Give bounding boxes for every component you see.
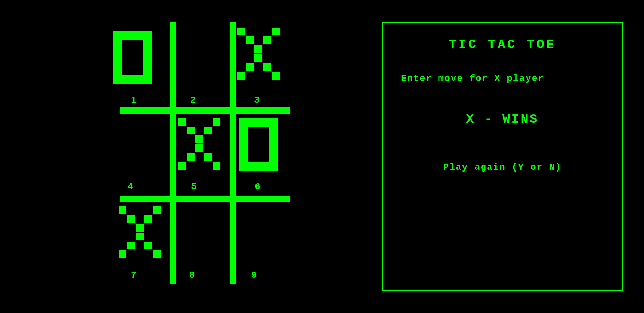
cell-num-1: 1 <box>131 95 137 105</box>
svg-rect-37 <box>144 242 152 249</box>
svg-rect-28 <box>269 118 278 171</box>
info-panel: TIC TAC TOE Enter move for X player X - … <box>382 22 623 291</box>
svg-rect-6 <box>272 28 280 35</box>
cell-num-3: 3 <box>254 95 260 105</box>
svg-rect-13 <box>237 72 245 80</box>
cell-num-4: 4 <box>127 181 133 192</box>
play-again-prompt[interactable]: Play again (Y or N) <box>443 162 562 173</box>
svg-rect-14 <box>272 72 280 80</box>
svg-rect-20 <box>195 144 203 152</box>
game-result: X - WINS <box>466 112 539 127</box>
svg-rect-23 <box>178 162 186 170</box>
svg-rect-11 <box>246 63 254 71</box>
svg-rect-17 <box>187 127 195 134</box>
main-container: 1 2 3 <box>0 0 644 313</box>
svg-rect-21 <box>187 153 195 161</box>
svg-rect-29 <box>248 127 269 162</box>
grid-line-horizontal-2 <box>120 196 290 202</box>
svg-rect-24 <box>213 162 220 170</box>
board-side: 1 2 3 <box>14 7 382 306</box>
cell-num-5: 5 <box>191 181 197 192</box>
svg-rect-3 <box>143 31 152 84</box>
svg-rect-35 <box>136 233 144 240</box>
svg-rect-19 <box>195 135 203 143</box>
svg-rect-16 <box>213 118 220 126</box>
svg-rect-9 <box>254 45 262 53</box>
cell-5-piece[interactable] <box>176 116 222 173</box>
move-prompt: Enter move for X player <box>401 73 544 84</box>
svg-rect-2 <box>113 31 122 84</box>
cell-3-piece[interactable] <box>235 26 281 82</box>
svg-rect-32 <box>127 215 135 223</box>
cell-6-piece[interactable] <box>235 116 281 173</box>
cell-num-6: 6 <box>255 181 260 192</box>
svg-rect-10 <box>254 54 262 62</box>
cell-num-8: 8 <box>189 270 195 280</box>
cell-1-piece[interactable] <box>110 29 156 86</box>
svg-rect-34 <box>136 224 144 232</box>
svg-rect-22 <box>204 153 212 161</box>
svg-rect-38 <box>119 250 126 258</box>
svg-rect-18 <box>204 127 212 134</box>
cell-num-2: 2 <box>190 95 196 105</box>
svg-rect-30 <box>119 206 126 214</box>
game-title: TIC TAC TOE <box>449 37 556 52</box>
svg-rect-39 <box>153 250 161 258</box>
svg-rect-5 <box>237 28 245 35</box>
cell-num-7: 7 <box>131 270 137 280</box>
svg-rect-36 <box>127 242 135 249</box>
svg-rect-8 <box>263 36 271 44</box>
svg-rect-31 <box>153 206 161 214</box>
cell-num-9: 9 <box>251 270 257 280</box>
cell-7-piece[interactable] <box>117 204 163 261</box>
svg-rect-15 <box>178 118 186 126</box>
svg-rect-12 <box>263 63 271 71</box>
board-wrapper: 1 2 3 <box>99 19 297 295</box>
grid-line-vertical-1 <box>170 22 176 284</box>
svg-rect-7 <box>246 36 254 44</box>
svg-rect-4 <box>122 40 143 75</box>
svg-rect-27 <box>239 118 248 171</box>
grid-line-horizontal-1 <box>120 107 290 114</box>
svg-rect-33 <box>144 215 152 223</box>
